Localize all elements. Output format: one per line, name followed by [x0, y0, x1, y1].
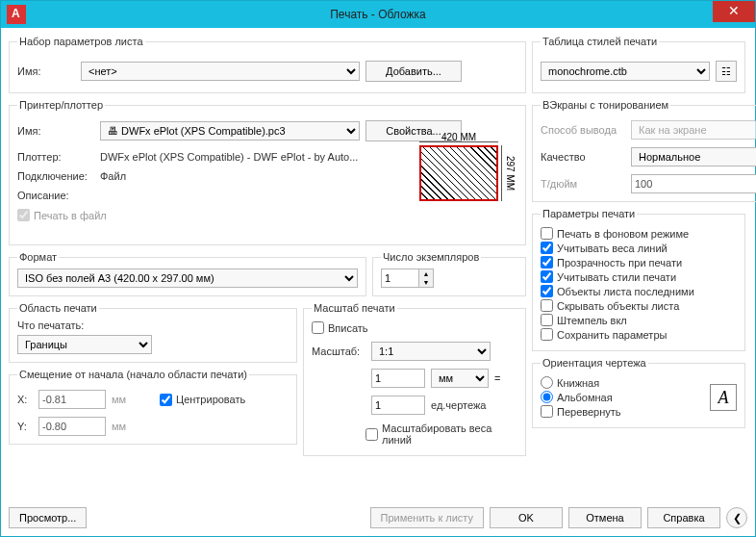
- option-label-7: Сохранить параметры: [557, 329, 667, 341]
- option-row: Объекты листа последними: [541, 285, 737, 297]
- app-icon: [7, 5, 26, 24]
- option-check-0[interactable]: [541, 227, 553, 240]
- scale-legend: Масштаб печати: [312, 302, 397, 314]
- scale-select[interactable]: 1:1: [371, 342, 491, 361]
- orientation-reverse-label: Перевернуть: [557, 406, 621, 418]
- option-check-5[interactable]: [541, 299, 553, 312]
- orientation-portrait-radio[interactable]: [541, 376, 553, 389]
- shade-dpi-input: [631, 174, 756, 193]
- styles-legend: Таблица стилей печати: [541, 36, 659, 47]
- option-check-7[interactable]: [541, 328, 553, 341]
- scale-weights-label: Масштабировать веса линий: [382, 422, 517, 446]
- plot-to-file-label: Печать в файл: [34, 210, 107, 221]
- copies-spinner[interactable]: ▲▼: [381, 268, 434, 288]
- format-group: Формат ISO без полей A3 (420.00 x 297.00…: [9, 251, 366, 296]
- collapse-button[interactable]: ❮: [726, 507, 747, 528]
- offset-legend: Смещение от начала (начало области печат…: [17, 369, 249, 380]
- option-row: Учитывать веса линий: [541, 242, 737, 254]
- option-label-3: Учитывать стили печати: [557, 271, 676, 283]
- scale-fit-label: Вписать: [328, 322, 368, 334]
- orientation-legend: Ориентация чертежа: [541, 357, 648, 369]
- offset-center-check[interactable]: [160, 394, 172, 406]
- titlebar: Печать - Обложка ✕: [1, 1, 755, 28]
- scale-unit-input[interactable]: [371, 369, 425, 388]
- area-legend: Область печати: [17, 302, 99, 314]
- connection-value: Файл: [100, 170, 126, 182]
- pageset-name-select[interactable]: <нет>: [81, 62, 360, 81]
- apply-button: Применить к листу: [370, 507, 485, 528]
- styles-select[interactable]: monochrome.ctb: [541, 62, 710, 81]
- option-row: Скрывать объекты листа: [541, 299, 737, 312]
- shade-method-select: Как на экране: [631, 120, 756, 140]
- option-row: Печать в фоновом режиме: [541, 227, 737, 240]
- option-check-3[interactable]: [541, 270, 553, 283]
- connection-label: Подключение:: [17, 170, 94, 182]
- pageset-legend: Набор параметров листа: [17, 36, 145, 47]
- shade-method-label: Способ вывода: [541, 124, 625, 136]
- option-check-6[interactable]: [541, 314, 553, 326]
- offset-y-unit: мм: [112, 421, 135, 432]
- pageset-add-button[interactable]: Добавить...: [365, 61, 462, 82]
- offset-group: Смещение от начала (начало области печат…: [9, 369, 297, 445]
- option-row: Учитывать стили печати: [541, 270, 737, 283]
- offset-y-label: Y:: [17, 421, 33, 432]
- spin-up-icon[interactable]: ▲: [419, 269, 433, 278]
- scale-label: Масштаб:: [312, 345, 365, 357]
- description-label: Описание:: [17, 190, 94, 201]
- pageset-group: Набор параметров листа Имя: <нет> Добави…: [9, 36, 526, 93]
- options-legend: Параметры печати: [541, 208, 637, 219]
- copies-group: Число экземпляров ▲▼: [372, 251, 526, 296]
- option-label-1: Учитывать веса линий: [557, 243, 668, 254]
- option-label-0: Печать в фоновом режиме: [557, 228, 689, 240]
- preview-height: 297 MM: [505, 145, 516, 201]
- scale-weights-check[interactable]: [365, 428, 378, 441]
- copies-legend: Число экземпляров: [381, 251, 481, 263]
- shade-quality-select[interactable]: Нормальное: [631, 147, 756, 166]
- option-row: Штемпель вкл: [541, 314, 737, 326]
- orientation-landscape-radio[interactable]: [541, 391, 553, 403]
- cancel-button[interactable]: Отмена: [568, 507, 642, 528]
- option-check-2[interactable]: [541, 256, 553, 268]
- option-label-2: Прозрачность при печати: [557, 257, 682, 268]
- format-legend: Формат: [17, 251, 59, 263]
- help-button[interactable]: Справка: [647, 507, 720, 528]
- plotter-value: DWFx ePlot (XPS Compatible) - DWF ePlot …: [100, 151, 358, 163]
- scale-drawing-unit: ед.чертежа: [431, 399, 486, 411]
- scale-fit-check[interactable]: [312, 321, 324, 334]
- shade-dpi-label: Т/дюйм: [541, 178, 625, 190]
- shade-quality-label: Качество: [541, 151, 625, 163]
- scale-equals: =: [494, 372, 500, 384]
- scale-unit-select[interactable]: мм: [431, 369, 489, 388]
- option-label-4: Объекты листа последними: [557, 286, 694, 297]
- options-group: Параметры печати Печать в фоновом режиме…: [532, 208, 745, 351]
- orientation-landscape-label: Альбомная: [557, 392, 613, 403]
- printer-name-select[interactable]: 🖶 DWFx ePlot (XPS Compatible).pc3: [100, 121, 360, 141]
- table-edit-icon: ☷: [721, 65, 731, 78]
- area-what-label: Что печатать:: [17, 320, 289, 331]
- scale-group: Масштаб печати Вписать Масштаб: 1:1: [303, 302, 526, 456]
- format-select[interactable]: ISO без полей A3 (420.00 x 297.00 мм): [17, 268, 358, 288]
- printer-legend: Принтер/плоттер: [17, 99, 105, 111]
- plot-to-file-check: [17, 209, 30, 221]
- orientation-icon: A: [710, 384, 737, 411]
- close-button[interactable]: ✕: [713, 1, 755, 22]
- printer-group: Принтер/плоттер Имя: 🖶 DWFx ePlot (XPS C…: [9, 99, 526, 245]
- preview-button[interactable]: Просмотр...: [9, 507, 87, 528]
- styles-edit-button[interactable]: ☷: [716, 61, 737, 82]
- spin-down-icon[interactable]: ▼: [419, 278, 433, 287]
- pageset-name-label: Имя:: [17, 65, 75, 77]
- area-what-select[interactable]: Границы: [17, 335, 152, 354]
- option-label-6: Штемпель вкл: [557, 315, 627, 326]
- plotter-label: Плоттер:: [17, 151, 94, 163]
- option-check-1[interactable]: [541, 242, 553, 254]
- shade-group: ВЭкраны с тонированием Способ вывода Как…: [532, 99, 756, 202]
- offset-x-label: X:: [17, 394, 33, 405]
- ok-button[interactable]: OK: [490, 507, 563, 528]
- orientation-reverse-check[interactable]: [541, 405, 553, 418]
- scale-drawing-input[interactable]: [371, 396, 425, 415]
- option-check-4[interactable]: [541, 285, 553, 297]
- option-label-5: Скрывать объекты листа: [557, 300, 679, 312]
- offset-x-input: [38, 390, 106, 409]
- chevron-left-icon: ❮: [733, 512, 742, 524]
- copies-input[interactable]: [381, 268, 419, 288]
